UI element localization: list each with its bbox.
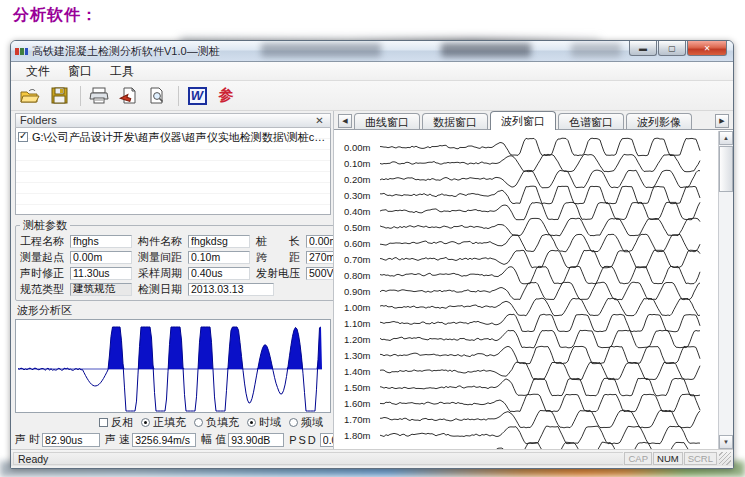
tab-scroll-right-icon[interactable]: ▶ xyxy=(715,114,729,128)
svg-text:0.10m: 0.10m xyxy=(344,158,370,169)
sound-velocity-field[interactable] xyxy=(132,433,196,447)
close-button[interactable]: ✕ xyxy=(687,41,727,56)
time-domain-control[interactable]: 时域 xyxy=(247,415,281,430)
svg-text:0.50m: 0.50m xyxy=(344,222,370,233)
tab-wavetrain-window[interactable]: 波列窗口 xyxy=(490,111,556,130)
field-label: 检测日期 xyxy=(138,282,188,297)
positive-fill-label: 正填充 xyxy=(153,415,186,430)
sound-time-reading: 声 时 xyxy=(15,432,105,447)
right-panel: ◀ 曲线窗口 数据窗口 波列窗口 色谱窗口 波列影像 ▶ 0.00m0.10m0… xyxy=(333,111,733,449)
folders-tree: G:\公司产品设计开发\超声仪器\超声仪实地检测数据\测桩cd\cd03\cd0… xyxy=(15,128,331,215)
sample-period-field[interactable] xyxy=(188,267,250,280)
tab-scroll-left-icon[interactable]: ◀ xyxy=(338,114,352,128)
svg-text:1.50m: 1.50m xyxy=(344,382,370,393)
test-date-field[interactable] xyxy=(188,283,274,296)
svg-text:0.20m: 0.20m xyxy=(344,174,370,185)
component-name-field[interactable] xyxy=(188,235,250,248)
parameter-button[interactable]: 参 xyxy=(213,84,239,108)
sound-velocity-reading: 声 速 xyxy=(105,432,201,447)
minimize-button[interactable]: ▬ xyxy=(629,41,657,56)
menu-window[interactable]: 窗口 xyxy=(59,62,101,81)
param-row: 声时修正 采样周期 发射电压 xyxy=(20,266,372,281)
svg-text:0.80m: 0.80m xyxy=(344,270,370,281)
svg-text:1.00m: 1.00m xyxy=(344,302,370,313)
invert-control[interactable]: 反相 xyxy=(99,415,133,430)
export-button[interactable] xyxy=(115,84,141,108)
titlebar-glass-blur xyxy=(571,43,621,57)
svg-text:1.30m: 1.30m xyxy=(344,350,370,361)
svg-text:1.60m: 1.60m xyxy=(344,398,370,409)
page: 分析软件： 高铁建混凝土检测分析软件V1.0—测桩 ▬ ▢ ✕ 文件 窗口 工具 xyxy=(0,0,745,477)
project-name-field[interactable] xyxy=(70,235,132,248)
scroll-indicator: SCRL xyxy=(684,452,717,465)
measure-interval-field[interactable] xyxy=(188,251,250,264)
menu-file[interactable]: 文件 xyxy=(17,62,59,81)
readings-row: 声 时 声 速 幅 值 PSD xyxy=(15,431,331,449)
freq-domain-radio[interactable] xyxy=(289,418,298,427)
open-file-button[interactable] xyxy=(17,84,43,108)
svg-text:0.60m: 0.60m xyxy=(344,238,370,249)
invert-checkbox[interactable] xyxy=(99,418,108,427)
sound-velocity-label: 声 速 xyxy=(105,432,130,447)
wavetrain-display[interactable]: 0.00m0.10m0.20m0.30m0.40m0.50m0.60m0.70m… xyxy=(334,130,733,449)
preview-magnifier-icon xyxy=(148,87,166,104)
statusbar: Ready CAP NUM SCRL xyxy=(11,449,733,466)
menu-tools[interactable]: 工具 xyxy=(101,62,143,81)
standard-type-field[interactable] xyxy=(70,283,132,296)
page-export-icon xyxy=(119,87,137,104)
tree-item-checkbox[interactable] xyxy=(18,132,28,142)
print-preview-button[interactable] xyxy=(144,84,170,108)
tab-data-window[interactable]: 数据窗口 xyxy=(422,113,488,129)
save-button[interactable] xyxy=(46,84,72,108)
word-report-button[interactable]: W xyxy=(184,84,210,108)
status-message: Ready xyxy=(13,452,623,465)
negative-fill-control[interactable]: 负填充 xyxy=(194,415,239,430)
resize-grip[interactable] xyxy=(719,452,731,465)
save-floppy-icon xyxy=(51,87,68,104)
tree-item-label: G:\公司产品设计开发\超声仪器\超声仪实地检测数据\测桩cd\cd03\cd0… xyxy=(32,130,328,145)
freq-domain-control[interactable]: 频域 xyxy=(289,415,323,430)
printer-icon xyxy=(89,87,109,104)
folders-close-icon[interactable]: ✕ xyxy=(313,115,326,126)
svg-text:0.90m: 0.90m xyxy=(344,286,370,297)
tab-spectrum-window[interactable]: 色谱窗口 xyxy=(558,113,624,129)
sound-time-label: 声 时 xyxy=(15,432,40,447)
sound-time-field[interactable] xyxy=(42,433,100,447)
param-row: 测量起点 测量间距 跨 距 xyxy=(20,250,372,265)
tab-curve-window[interactable]: 曲线窗口 xyxy=(354,113,420,129)
maximize-button[interactable]: ▢ xyxy=(658,41,686,56)
amplitude-field[interactable] xyxy=(228,433,284,447)
svg-text:0.70m: 0.70m xyxy=(344,254,370,265)
measure-start-field[interactable] xyxy=(70,251,132,264)
negative-fill-radio[interactable] xyxy=(194,418,203,427)
invert-label: 反相 xyxy=(111,415,133,430)
titlebar: 高铁建混凝土检测分析软件V1.0—测桩 ▬ ▢ ✕ xyxy=(11,41,733,61)
left-panel: Folders ✕ G:\公司产品设计开发\超声仪器\超声仪实地检测数据\测桩c… xyxy=(11,111,333,449)
time-domain-radio[interactable] xyxy=(247,418,256,427)
field-label: 测量间距 xyxy=(138,250,188,265)
waveform-analysis-box[interactable] xyxy=(15,319,331,413)
time-correction-field[interactable] xyxy=(70,267,132,280)
pile-parameters-title: 测桩参数 xyxy=(20,218,70,233)
toolbar: W 参 xyxy=(11,81,733,111)
positive-fill-control[interactable]: 正填充 xyxy=(141,415,186,430)
word-icon: W xyxy=(188,87,207,105)
scroll-up-icon[interactable]: ▲ xyxy=(719,131,733,145)
titlebar-glass-blur xyxy=(441,43,531,57)
field-label: 发射电压 xyxy=(256,266,306,281)
positive-fill-radio[interactable] xyxy=(141,418,150,427)
amplitude-label: 幅 值 xyxy=(201,432,226,447)
vertical-scrollbar[interactable]: ▲ ▼ xyxy=(718,131,733,449)
tree-item[interactable]: G:\公司产品设计开发\超声仪器\超声仪实地检测数据\测桩cd\cd03\cd0… xyxy=(16,128,330,147)
svg-text:1.40m: 1.40m xyxy=(344,366,370,377)
tab-wavetrain-image[interactable]: 波列影像 xyxy=(626,113,692,129)
app-window: 高铁建混凝土检测分析软件V1.0—测桩 ▬ ▢ ✕ 文件 窗口 工具 xyxy=(10,40,734,469)
field-label: 采样周期 xyxy=(138,266,188,281)
print-button[interactable] xyxy=(86,84,112,108)
folders-panel-title: Folders xyxy=(20,114,57,126)
folders-panel-header: Folders ✕ xyxy=(15,113,331,128)
toolbar-separator xyxy=(80,86,81,106)
scroll-down-icon[interactable]: ▼ xyxy=(719,435,733,449)
svg-text:1.10m: 1.10m xyxy=(344,318,370,329)
scrollbar-thumb[interactable] xyxy=(719,146,733,192)
